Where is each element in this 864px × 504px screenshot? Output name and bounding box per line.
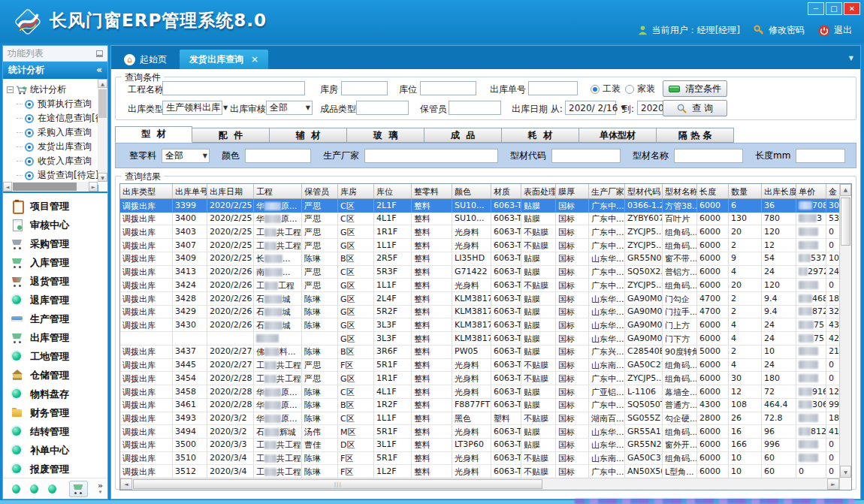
table-row[interactable]: 调拨出库34582020/2/28华原...陈琳C区4L1F整料光身料6063-… [120, 385, 839, 399]
module-dot-icon[interactable] [48, 484, 56, 493]
scroll-left-icon[interactable]: ◄ [120, 478, 132, 490]
sidebar-item-财务管理[interactable]: 财务管理 [3, 403, 107, 422]
table-row[interactable]: 调拨出库34092020/2/25长...陈琳B区2R5F整料LI35HD606… [120, 252, 839, 266]
scroll-right-icon[interactable]: ► [827, 478, 839, 490]
column-header-库房[interactable]: 库房 [338, 184, 374, 198]
scroll-down-icon[interactable]: ▼ [840, 466, 851, 478]
order-no-input[interactable] [528, 81, 578, 95]
grid-vertical-scrollbar[interactable]: ▲ ▼ [839, 184, 851, 490]
subtab-耗材[interactable]: 耗 材 [502, 128, 579, 143]
column-header-表面处理[interactable]: 表面处理 [521, 184, 556, 198]
table-row[interactable]: 调拨出库35002020/3/3工共工程曹佳D区3L1F整料LT3P606063… [120, 439, 839, 452]
subtab-配件[interactable]: 配 件 [192, 128, 270, 143]
sidebar-item-报废管理[interactable]: 报废管理 [3, 460, 107, 478]
scrollbar-thumb[interactable]: ||| [133, 479, 542, 489]
search-button[interactable]: 查 询 [663, 100, 727, 116]
scroll-down-icon[interactable]: ▼ [98, 173, 107, 182]
scroll-right-icon[interactable]: ► [89, 182, 98, 192]
clear-conditions-button[interactable]: 清空条件 [663, 80, 727, 97]
scrollbar-thumb[interactable] [13, 183, 77, 191]
grid-horizontal-scrollbar[interactable]: ◄ ||| ► [120, 478, 839, 490]
tree-item[interactable]: 发货出库查询 [7, 140, 107, 154]
sidebar-item-出库管理[interactable]: 出库管理 [3, 328, 107, 347]
column-header-长度[interactable]: 长度 [697, 184, 729, 198]
tree-item[interactable]: 退货查询[待定] [7, 168, 107, 183]
scrollbar-thumb[interactable] [841, 198, 850, 246]
column-header-整零料[interactable]: 整零料 [412, 184, 452, 198]
tree-root[interactable]: − 统计分析 [7, 83, 107, 97]
column-header-数量[interactable]: 数量 [729, 184, 762, 198]
subtab-隔热条[interactable]: 隔 热 条 [657, 128, 734, 143]
table-row[interactable]: 调拨出库34932020/3/2华原...陈琳C区1L1F整料黑色塑料不贴膜国标… [120, 412, 839, 426]
filter-input-生产厂家[interactable] [364, 149, 498, 163]
table-row[interactable]: G区3L3F整料KLM38176063-T5贴膜国标山东华...GA90M09.… [120, 332, 839, 346]
tree-item[interactable]: 在途信息查询[待 [7, 111, 107, 125]
table-row[interactable]: 调拨出库34282020/2/26石城陈琳G区2L4F整料KLM38176063… [120, 292, 839, 306]
radio-jiazhuang[interactable]: 家装 [625, 83, 655, 95]
column-header-保管员[interactable]: 保管员 [302, 184, 338, 198]
sidebar-item-仓储管理[interactable]: 仓储管理 [3, 366, 107, 385]
date-from-picker[interactable]: 2020/ 2/16▼ [565, 101, 616, 115]
overflow-chevron[interactable]: »▾ [98, 483, 103, 495]
group-header[interactable]: 统计分析 « [3, 62, 107, 79]
sidebar-item-结转管理[interactable]: 结转管理 [3, 422, 107, 441]
column-header-出库单号[interactable]: 出库单号 [173, 184, 207, 198]
sidebar-item-工地管理[interactable]: 工地管理 [3, 347, 107, 366]
tree-expander-icon[interactable]: − [7, 86, 14, 93]
tab-home[interactable]: ⌂ 起始页 [114, 50, 177, 69]
scroll-left-icon[interactable]: ◄ [3, 182, 12, 192]
filter-input-型材代码[interactable] [551, 149, 621, 163]
change-password-link[interactable]: 修改密码 [754, 24, 805, 37]
table-row[interactable]: 调拨出库34242020/2/26工工程严思G区1L1F整料光身料6063-T5… [120, 279, 839, 292]
warehouse-input[interactable] [341, 81, 388, 95]
project-name-input[interactable] [162, 81, 305, 95]
radio-gongzhuang[interactable]: 工装 [591, 83, 621, 95]
table-row[interactable]: 调拨出库34072020/2/25工共工程严思G区1L1F整料光身料6063-T… [120, 239, 839, 252]
scroll-up-icon[interactable]: ▲ [98, 79, 107, 88]
table-row[interactable]: 调拨出库34452020/2/27工共工程严思F区5R1F整料光身料6063-T… [120, 359, 839, 373]
column-header-金[interactable]: 金 [826, 184, 839, 198]
filter-input-颜色[interactable] [245, 149, 311, 163]
tab-close-icon[interactable]: × [251, 54, 258, 65]
sidebar-item-审核中心[interactable]: 审核中心 [3, 216, 107, 234]
sidebar-item-项目管理[interactable]: 项目管理 [3, 197, 107, 216]
filter-input-型材名称[interactable] [674, 149, 743, 163]
column-header-库位[interactable]: 库位 [374, 184, 412, 198]
pin-icon[interactable] [96, 50, 103, 57]
scrollbar-thumb[interactable] [98, 89, 107, 118]
subtab-玻璃[interactable]: 玻 璃 [347, 128, 424, 143]
keeper-input[interactable] [449, 101, 501, 115]
subtab-单体型材[interactable]: 单体型材 [579, 128, 657, 143]
minimize-button[interactable]: − [808, 2, 824, 15]
column-header-出库类型[interactable]: 出库类型 [120, 184, 173, 198]
sidebar-item-补单中心[interactable]: 补单中心 [3, 441, 107, 460]
sidebar-item-采购管理[interactable]: 采购管理 [3, 234, 107, 253]
table-row[interactable]: 调拨出库34542020/2/28工共工程严思G区1R1F整料光身料6063-T… [120, 372, 839, 385]
subtab-型材[interactable]: 型 材 [115, 126, 192, 143]
tree-item[interactable]: 采购入库查询 [7, 125, 107, 140]
table-row[interactable]: 调拨出库34612020/2/28华原...陈琳B区1R2F整料F8877FT6… [120, 399, 839, 412]
column-header-出库长度[interactable]: 出库长度 [762, 184, 796, 198]
tab-list-dropdown-icon[interactable]: ▼ [849, 55, 853, 62]
sidebar-item-退库管理[interactable]: 退库管理 [3, 291, 107, 309]
table-row[interactable]: 调拨出库34302020/2/26石城陈琳G区3L3F整料KLM38176063… [120, 318, 839, 332]
outbound-type-select[interactable]: 生产领料出库▼ [162, 101, 222, 115]
column-header-型材代码[interactable]: 型材代码 [625, 184, 663, 198]
column-header-型材名称[interactable]: 型材名称 [663, 184, 697, 198]
filter-select-整零料[interactable]: 全部▼ [162, 149, 210, 163]
column-header-膜厚[interactable]: 膜厚 [556, 184, 589, 198]
maximize-button[interactable]: □ [826, 2, 842, 15]
column-header-材质[interactable]: 材质 [491, 184, 521, 198]
audit-select[interactable]: 全部▼ [266, 101, 313, 115]
module-dot-icon[interactable] [30, 484, 38, 493]
tree-horizontal-scrollbar[interactable]: ◄ ► [3, 182, 98, 192]
logout-link[interactable]: 退出 [818, 24, 852, 37]
product-type-input[interactable] [356, 101, 409, 115]
tree-item[interactable]: 预算执行查询 [7, 97, 107, 111]
sidebar-item-生产管理[interactable]: 生产管理 [3, 309, 107, 328]
module-cart-button[interactable] [69, 481, 88, 497]
column-header-单价[interactable]: 单价 [796, 184, 826, 198]
sidebar-item-入库管理[interactable]: 入库管理 [3, 253, 107, 272]
scroll-up-icon[interactable]: ▲ [840, 184, 851, 196]
filter-input-长度mm[interactable] [796, 149, 845, 163]
